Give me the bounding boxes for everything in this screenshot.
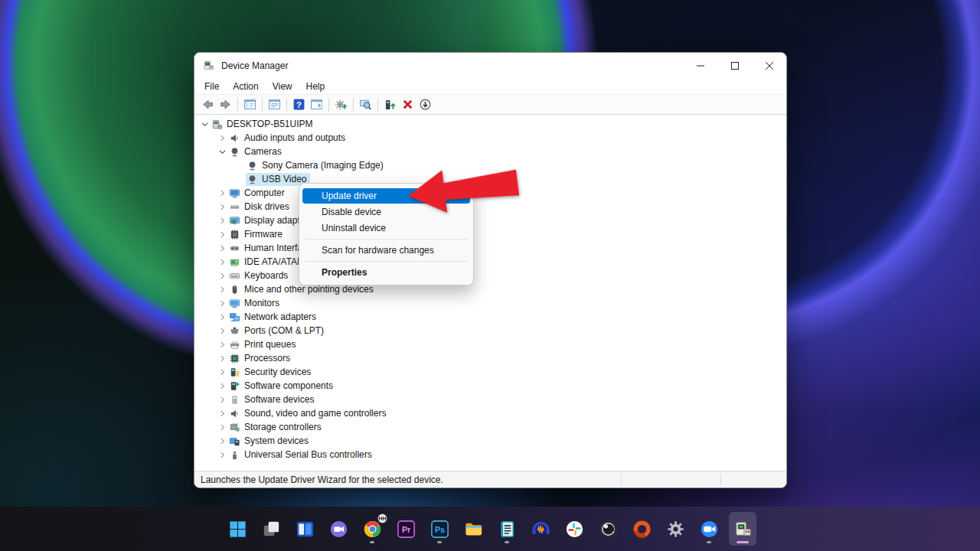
tree-item-cameras[interactable]: Cameras xyxy=(194,145,786,158)
tree-item-print-queues[interactable]: Print queues xyxy=(194,337,786,351)
toolbar-forward-button[interactable] xyxy=(217,96,234,113)
tree-item-content: Storage controllers xyxy=(228,421,325,434)
taskbar-slack[interactable] xyxy=(560,512,588,546)
tree-item-display-adapters[interactable]: Display adapters xyxy=(194,214,786,227)
menu-view[interactable]: View xyxy=(266,80,299,93)
context-properties[interactable]: Properties xyxy=(302,265,470,280)
context-uninstall-device[interactable]: Uninstall device xyxy=(302,220,470,236)
taskbar-chrome[interactable]: HH xyxy=(358,512,386,546)
chevron-expanded-icon[interactable] xyxy=(216,145,228,158)
console-tree-icon xyxy=(243,98,256,111)
taskbar-settings[interactable] xyxy=(662,512,689,546)
chevron-collapsed-icon[interactable] xyxy=(216,242,228,254)
running-indicator xyxy=(505,541,509,543)
taskbar: HHPrPs xyxy=(0,507,980,551)
maximize-button[interactable] xyxy=(717,53,752,78)
toolbar-update-driver-settings-button[interactable] xyxy=(332,96,350,113)
disable-down-icon xyxy=(419,98,432,111)
chevron-collapsed-icon[interactable] xyxy=(216,435,228,447)
taskbar-widgets-app[interactable] xyxy=(291,512,318,546)
chevron-collapsed-icon[interactable] xyxy=(216,407,228,419)
toolbar-separator xyxy=(262,98,263,112)
tree-item-software-components[interactable]: Software components xyxy=(194,379,786,393)
tree-item-firmware[interactable]: Firmware xyxy=(194,227,786,241)
update-driver-gear-icon xyxy=(335,98,348,111)
chevron-collapsed-icon[interactable] xyxy=(216,324,228,337)
taskbar-zoom[interactable] xyxy=(695,512,723,546)
toolbar-action-pane-button[interactable] xyxy=(308,96,325,113)
toolbar-scan-for-hardware-changes-button[interactable] xyxy=(357,96,374,113)
chevron-collapsed-icon[interactable] xyxy=(216,393,228,406)
taskbar-photoshop[interactable]: Ps xyxy=(426,512,453,546)
tree-item-mice-and-other-pointing-devices[interactable]: Mice and other pointing devices xyxy=(194,282,786,296)
taskbar-device-manager[interactable] xyxy=(729,512,756,546)
toolbar-show-console-tree-button[interactable] xyxy=(241,96,259,113)
taskbar-office[interactable] xyxy=(628,512,655,546)
camera-icon xyxy=(247,160,258,171)
tree-item-ide-ata-atapi-controllers[interactable]: IDE ATA/ATAPI controllers xyxy=(194,255,786,269)
chevron-collapsed-icon[interactable] xyxy=(216,338,228,350)
chevron-collapsed-icon[interactable] xyxy=(216,132,228,144)
processor-icon xyxy=(229,353,240,364)
taskbar-video-chat-app[interactable] xyxy=(325,512,352,546)
menu-help[interactable]: Help xyxy=(299,80,332,93)
chevron-expanded-icon[interactable] xyxy=(198,118,211,130)
tree-item-security-devices[interactable]: Security devices xyxy=(194,365,786,379)
menu-action[interactable]: Action xyxy=(226,80,265,93)
menu-bar: FileActionViewHelp xyxy=(194,78,786,95)
serial-port-icon xyxy=(229,325,240,337)
tree-item-software-devices[interactable]: Software devices xyxy=(194,393,786,406)
chevron-collapsed-icon[interactable] xyxy=(216,201,228,213)
toolbar-disable-device-button[interactable] xyxy=(416,96,434,113)
menu-file[interactable]: File xyxy=(198,80,226,93)
tree-item-human-interface-devices[interactable]: Human Interface Devices xyxy=(194,241,786,255)
toolbar-uninstall-device-button[interactable] xyxy=(399,96,416,113)
taskbar-audacity[interactable] xyxy=(527,512,554,546)
speaker-icon xyxy=(229,132,240,144)
tree-item-universal-serial-bus-controllers[interactable]: Universal Serial Bus controllers xyxy=(194,448,786,461)
toolbar-back-button[interactable] xyxy=(199,96,217,113)
toolbar-help-button[interactable]: ? xyxy=(290,96,308,113)
taskbar-notepad[interactable] xyxy=(493,512,521,546)
chevron-collapsed-icon[interactable] xyxy=(216,311,228,323)
blue-panels-app-icon xyxy=(295,519,315,540)
tree-item-processors[interactable]: Processors xyxy=(194,351,786,365)
chevron-collapsed-icon[interactable] xyxy=(216,366,228,378)
chevron-collapsed-icon[interactable] xyxy=(216,421,228,433)
context-scan-for-hardware-changes[interactable]: Scan for hardware changes xyxy=(302,243,470,258)
chevron-collapsed-icon[interactable] xyxy=(216,448,228,461)
chevron-collapsed-icon[interactable] xyxy=(216,187,228,199)
tree-item-storage-controllers[interactable]: Storage controllers xyxy=(194,420,786,434)
tree-item-desktop-b51uipm[interactable]: DESKTOP-B51UIPM xyxy=(194,117,786,131)
chevron-collapsed-icon[interactable] xyxy=(216,214,228,227)
slack-icon xyxy=(564,519,585,540)
taskbar-task-view[interactable] xyxy=(257,512,285,546)
tree-item-label: System devices xyxy=(244,435,309,446)
tree-item-monitors[interactable]: Monitors xyxy=(194,296,786,310)
taskbar-start[interactable] xyxy=(224,512,251,546)
taskbar-file-explorer[interactable] xyxy=(459,512,487,546)
taskbar-obs-studio[interactable] xyxy=(594,512,622,546)
toolbar-separator xyxy=(377,98,378,112)
chevron-collapsed-icon[interactable] xyxy=(216,352,228,364)
toolbar-update-driver-button[interactable] xyxy=(381,96,399,113)
chevron-collapsed-icon[interactable] xyxy=(216,269,228,282)
windows-start-icon xyxy=(227,519,248,540)
taskbar-premiere-pro[interactable]: Pr xyxy=(392,512,420,546)
chevron-collapsed-icon[interactable] xyxy=(216,297,228,309)
toolbar-separator xyxy=(237,98,238,112)
minimize-button[interactable] xyxy=(683,53,717,78)
tree-item-sound-video-and-game-controllers[interactable]: Sound, video and game controllers xyxy=(194,406,786,420)
tree-item-keyboards[interactable]: Keyboards xyxy=(194,269,786,282)
chevron-collapsed-icon[interactable] xyxy=(216,380,228,392)
chevron-collapsed-icon[interactable] xyxy=(216,228,228,240)
tree-item-content: Print queues xyxy=(228,338,299,351)
tree-item-system-devices[interactable]: System devices xyxy=(194,434,786,448)
toolbar-properties-button[interactable] xyxy=(266,96,283,113)
tree-item-audio-inputs-and-outputs[interactable]: Audio inputs and outputs xyxy=(194,131,786,145)
tree-item-ports-com-lpt[interactable]: Ports (COM & LPT) xyxy=(194,324,786,337)
chevron-collapsed-icon[interactable] xyxy=(216,283,228,295)
tree-item-network-adapters[interactable]: Network adapters xyxy=(194,310,786,324)
close-button[interactable] xyxy=(752,53,786,78)
chevron-collapsed-icon[interactable] xyxy=(216,256,228,268)
